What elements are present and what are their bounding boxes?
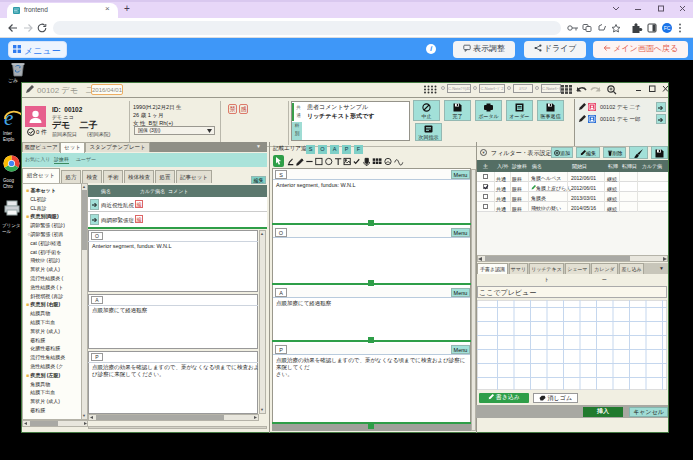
svg-text:FC: FC [664,25,671,31]
